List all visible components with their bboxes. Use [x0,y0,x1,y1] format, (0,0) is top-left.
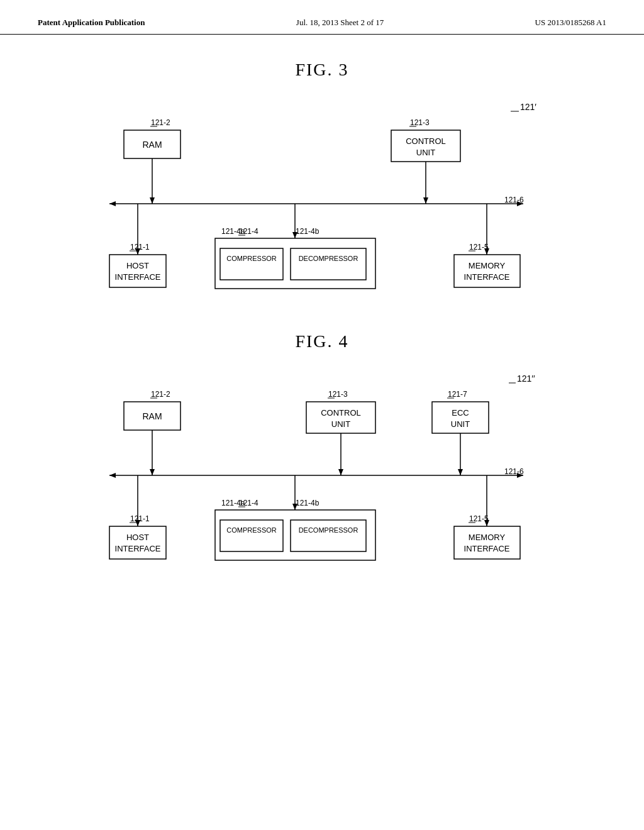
fig3-hostif-box [109,255,166,287]
fig3-ram-label: RAM [142,140,162,150]
fig4-main-ref: 121′′ [517,374,535,384]
fig3-bus-arrow-left [109,201,116,206]
fig3-comp-box [220,248,283,280]
fig3-compgroup-box [215,238,375,289]
figure-3-section: FIG. 3 121′ 121-2 RAM 121-3 CONTROL UNIT… [38,60,606,294]
fig4-ecc-arrow [458,469,463,475]
fig3-comp-ref: 121-4a [221,227,245,236]
fig3-diagram: 121′ 121-2 RAM 121-3 CONTROL UNIT 121-6 [38,99,606,294]
fig3-control-arrow [423,197,428,204]
fig3-control-label2: UNIT [416,148,435,157]
fig4-svg: 121′′ 121-2 RAM 121-3 CONTROL UNIT 121-7… [83,370,561,565]
fig4-decomp-label: DECOMPRESSOR [299,526,358,534]
fig3-memif-box [454,255,520,287]
fig3-title: FIG. 3 [38,60,606,80]
fig3-decomp-ref: 121-4b [296,227,319,236]
fig4-comp-label: COMPRESSOR [226,526,277,534]
fig3-hostif-arrow [135,248,140,255]
fig4-decomp-box [291,520,366,551]
fig4-memif-label2: INTERFACE [464,544,510,553]
fig3-memif-label2: INTERFACE [464,272,510,282]
fig4-compgroup-box [215,510,375,560]
fig4-diagram: 121′′ 121-2 RAM 121-3 CONTROL UNIT 121-7… [38,370,606,565]
fig4-comp-box [220,520,283,551]
fig3-decomp-box [291,248,366,280]
fig4-ram-label: RAM [142,411,162,421]
fig4-bus-arrow-left [109,473,116,478]
fig3-comp-label: COMPRESSOR [226,255,277,262]
header-right: US 2013/0185268 A1 [535,18,606,28]
fig4-control-label2: UNIT [331,419,350,429]
fig3-hostif-ref: 121-1 [130,243,150,252]
fig4-memif-label1: MEMORY [469,533,506,542]
fig3-ram-ref: 121-2 [151,118,170,127]
fig4-ecc-ref: 121-7 [448,390,467,399]
fig4-title: FIG. 4 [38,331,606,351]
fig3-control-label1: CONTROL [406,136,446,146]
header-left: Patent Application Publication [38,18,145,28]
fig4-hostif-box [109,526,166,559]
fig4-decomp-ref: 121-4b [296,499,319,507]
page-content: FIG. 3 121′ 121-2 RAM 121-3 CONTROL UNIT… [0,35,644,628]
fig4-ecc-label1: ECC [452,408,469,418]
fig4-hostif-ref: 121-1 [130,514,150,523]
fig3-decomp-label: DECOMPRESSOR [299,255,358,262]
fig3-main-ref: 121′ [520,102,536,112]
figure-4-section: FIG. 4 121′′ 121-2 RAM 121-3 CONTROL UNI… [38,331,606,565]
fig3-hostif-label2: INTERFACE [115,272,161,282]
fig3-control-ref: 121-3 [410,118,430,127]
fig4-hostif-arrow [135,520,140,526]
fig4-ram-ref: 121-2 [151,390,170,399]
fig4-ecc-label2: UNIT [451,419,470,429]
fig3-svg: 121′ 121-2 RAM 121-3 CONTROL UNIT 121-6 [83,99,561,294]
fig4-control-ref: 121-3 [328,390,348,399]
fig4-control-label1: CONTROL [321,408,361,418]
fig3-memif-arrow [484,248,489,255]
fig4-ram-arrow [150,469,155,475]
fig3-memif-label1: MEMORY [469,261,506,270]
fig4-comp-ref: 121-4a [221,499,245,507]
header-center: Jul. 18, 2013 Sheet 2 of 17 [296,18,384,28]
fig4-memif-box [454,526,520,559]
fig4-hostif-label1: HOST [126,533,149,542]
fig3-ram-arrow [150,197,155,204]
fig4-hostif-label2: INTERFACE [115,544,161,553]
fig3-hostif-label1: HOST [126,261,149,270]
fig4-memif-arrow [484,520,489,526]
fig4-control-arrow [338,469,343,475]
page-header: Patent Application Publication Jul. 18, … [0,0,644,35]
